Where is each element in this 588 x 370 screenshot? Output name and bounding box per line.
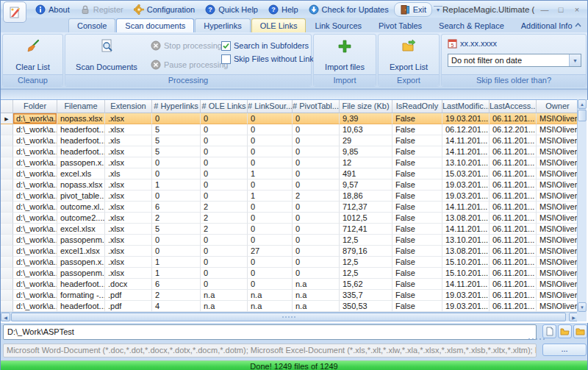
cell-extension[interactable]: .xlsx (105, 268, 152, 279)
cell-lastaccess[interactable]: 06.11.201... (490, 202, 537, 213)
cell-file-size-kb[interactable]: 9,39 (340, 113, 392, 124)
cell-owner[interactable]: MSI\Oliver (537, 224, 579, 235)
column-header-ole-links[interactable]: # OLE Links (201, 100, 248, 113)
cell-filename[interactable]: headerfoot... (57, 301, 105, 312)
cell-linksour[interactable]: 0 (248, 279, 293, 290)
cell-extension[interactable]: .xlsx (105, 202, 152, 213)
cell-hyperlinks[interactable]: 5 (152, 146, 201, 157)
cell-folder[interactable]: d:\_work\a... (13, 168, 57, 179)
table-row[interactable]: d:\_work\a...nopass.xlsx.xlsx10009,57Fal… (1, 179, 588, 191)
cell-linksour[interactable]: 0 (248, 179, 293, 191)
column-header-lastmodific[interactable]: LastModific... (442, 100, 490, 113)
cell-lastaccess[interactable]: 06.11.201... (490, 224, 537, 235)
menu-item-configuration[interactable]: Configuration (129, 3, 200, 16)
cell-owner[interactable]: MSI\Oliver (537, 268, 579, 279)
table-row[interactable]: d:\_work\a...excel.xlsx.xlsx5200712,41Fa… (1, 224, 588, 235)
cell-linksour[interactable]: 0 (248, 268, 293, 279)
cell-filename[interactable]: outcome.xl... (57, 202, 105, 213)
cell-pivottabl[interactable]: 0 (293, 157, 340, 168)
cell-filename[interactable]: nopass.xlsx (57, 113, 105, 124)
cell-extension[interactable]: .pdf (105, 301, 152, 312)
cell-owner[interactable]: MSI\Oliver (537, 113, 579, 124)
cell-linksour[interactable]: 0 (248, 146, 293, 157)
table-row[interactable]: d:\_work\a...passopenm....xlsx100012,5Fa… (1, 268, 588, 279)
cell-owner[interactable]: MSI\Oliver (537, 246, 579, 257)
cell-pivottabl[interactable]: 0 (293, 224, 340, 235)
cell-folder[interactable]: d:\_work\a... (13, 279, 57, 290)
cell-filename[interactable]: excel.xlsx (57, 224, 105, 235)
cell-ole-links[interactable]: 0 (201, 279, 248, 290)
cell-isreadonly[interactable]: False (392, 168, 442, 179)
cell-folder[interactable]: d:\_work\a... (13, 235, 57, 246)
cell-ole-links[interactable]: 0 (201, 257, 248, 268)
close-button[interactable]: × (573, 5, 581, 14)
cell-linksour[interactable]: 0 (248, 224, 293, 235)
cell-file-size-kb[interactable]: 18,86 (340, 191, 392, 202)
table-row[interactable]: ▶d:\_work\a...nopass.xlsx.xlsx00009,39Fa… (1, 113, 588, 124)
cell-lastmodific[interactable]: 15.03.201... (442, 168, 490, 179)
cell-isreadonly[interactable]: False (392, 213, 442, 224)
cell-lastaccess[interactable]: 06.11.201... (490, 235, 537, 246)
table-row[interactable]: d:\_work\a...headerfoot....pdf4n.an.an.a… (1, 301, 588, 312)
cell-owner[interactable]: MSI\Oliver (537, 202, 579, 213)
application-menu-button[interactable] (3, 1, 26, 23)
more-options-button[interactable]: ... (542, 344, 587, 356)
table-row[interactable]: d:\_work\a...passopen.x....xlsx100012,5F… (1, 257, 588, 268)
vertical-scroll-thumb[interactable] (578, 110, 587, 121)
menu-item-register[interactable]: Register (75, 3, 129, 16)
file-type-filter-field[interactable]: Microsoft Word-Document (*.doc,*.dot,*.d… (3, 344, 537, 357)
cell-filename[interactable]: pivot_table... (57, 191, 105, 202)
cell-filename[interactable]: excel.xls (57, 168, 105, 179)
cell-pivottabl[interactable]: 0 (293, 235, 340, 246)
cell-ole-links[interactable]: 2 (201, 202, 248, 213)
cell-file-size-kb[interactable]: 12,5 (340, 235, 392, 246)
cell-file-size-kb[interactable]: 491 (340, 168, 392, 179)
cell-file-size-kb[interactable]: 12 (340, 157, 392, 168)
cell-lastaccess[interactable]: 06.11.201... (490, 168, 537, 179)
cell-hyperlinks[interactable]: 0 (152, 113, 201, 124)
cell-isreadonly[interactable]: False (392, 191, 442, 202)
cell-owner[interactable]: MSI\Oliver (537, 301, 579, 312)
cell-pivottabl[interactable]: 0 (293, 268, 340, 279)
cell-folder[interactable]: d:\_work\a... (13, 257, 57, 268)
cell-filename[interactable]: nopass.xlsx (57, 179, 105, 191)
cell-lastmodific[interactable]: 19.03.201... (442, 301, 490, 312)
cell-hyperlinks[interactable]: 5 (152, 224, 201, 235)
cell-ole-links[interactable]: 0 (201, 113, 248, 124)
cell-pivottabl[interactable]: 0 (293, 213, 340, 224)
cell-ole-links[interactable]: 2 (201, 224, 248, 235)
column-header-hyperlinks[interactable]: # Hyperlinks (152, 100, 201, 113)
cell-ole-links[interactable]: 0 (201, 235, 248, 246)
cell-isreadonly[interactable]: False (392, 224, 442, 235)
table-row[interactable]: d:\_work\a...pivot_table....xlsx001218,8… (1, 191, 588, 202)
cell-isreadonly[interactable]: False (392, 135, 442, 146)
open-folder-button[interactable] (558, 324, 572, 338)
cell-isreadonly[interactable]: False (392, 246, 442, 257)
cell-owner[interactable]: MSI\Oliver (537, 213, 579, 224)
skip-files-without-links-checkbox[interactable]: Skip Files without Links (221, 53, 318, 65)
cell-lastmodific[interactable]: 13.10.201... (442, 235, 490, 246)
cell-linksour[interactable]: n.a (248, 290, 293, 301)
import-files-button[interactable]: Import files (318, 37, 372, 74)
date-field[interactable]: 5 xx.xx.xxxx (448, 38, 497, 49)
cell-pivottabl[interactable]: 0 (293, 257, 340, 268)
cell-file-size-kb[interactable]: 29 (340, 135, 392, 146)
cell-pivottabl[interactable]: n.a (293, 279, 340, 290)
cell-filename[interactable]: passopen.x... (57, 257, 105, 268)
table-row[interactable]: d:\_work\a...headerfoot....xlsx500010,63… (1, 124, 588, 135)
menu-item-exit[interactable]: Exit (394, 2, 432, 17)
cell-lastmodific[interactable]: 13.08.201... (442, 213, 490, 224)
cell-hyperlinks[interactable]: 0 (152, 235, 201, 246)
cell-extension[interactable]: .xlsx (105, 246, 152, 257)
cell-filename[interactable]: headerfoot... (57, 124, 105, 135)
cell-pivottabl[interactable]: 0 (293, 135, 340, 146)
cell-extension[interactable]: .xlsx (105, 179, 152, 191)
cell-pivottabl[interactable]: 0 (293, 168, 340, 179)
cell-extension[interactable]: .xls (105, 135, 152, 146)
table-row[interactable]: d:\_work\a...excel1.xlsx.xlsx00270879,16… (1, 246, 588, 257)
cell-isreadonly[interactable]: False (392, 157, 442, 168)
table-row[interactable]: d:\_work\a...passopenm....xlsx000012,5Fa… (1, 235, 588, 246)
cell-lastmodific[interactable]: 19.03.201... (442, 113, 490, 124)
cell-isreadonly[interactable]: False (392, 301, 442, 312)
date-filter-dropdown[interactable]: Do not filter on date ▼ (448, 54, 581, 67)
